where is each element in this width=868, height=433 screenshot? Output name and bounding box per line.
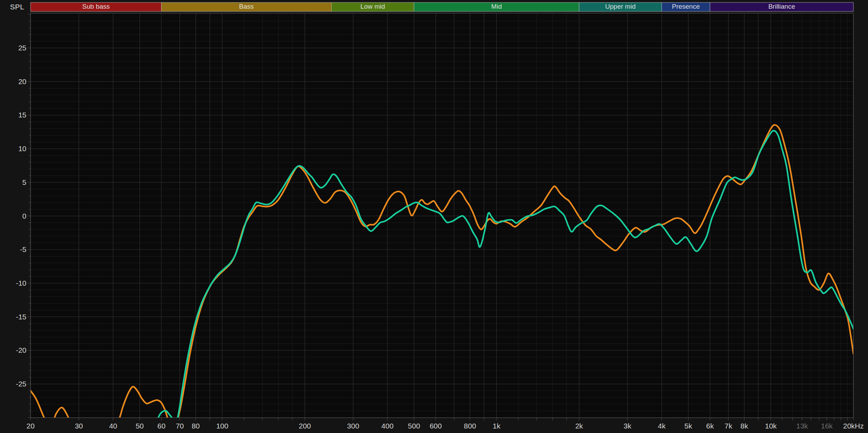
x-tick-label: 40 — [109, 422, 117, 430]
y-tick-label: 0 — [22, 212, 26, 220]
y-tick-label: 25 — [18, 44, 26, 52]
x-tick-label: 20 — [26, 422, 34, 430]
x-tick-label: 6k — [706, 422, 714, 430]
x-tick-label: 300 — [347, 422, 359, 430]
x-tick-label: 500 — [408, 422, 420, 430]
x-tick-label: 8k — [741, 422, 749, 430]
x-tick-label: 400 — [381, 422, 393, 430]
y-tick-label: -25 — [16, 380, 26, 388]
y-tick-label: -5 — [20, 245, 26, 253]
y-tick-label: 20 — [18, 77, 26, 85]
x-tick-label: 5k — [684, 422, 692, 430]
band-label: Sub bass — [82, 3, 110, 10]
x-tick-label: 13k — [796, 422, 808, 430]
x-tick-label: 200 — [299, 422, 311, 430]
x-tick-label: 80 — [192, 422, 200, 430]
band-label: Upper mid — [605, 3, 636, 10]
x-tick-label: 70 — [176, 422, 184, 430]
x-tick-label: 1k — [493, 422, 501, 430]
x-tick-label: 60 — [157, 422, 165, 430]
y-tick-label: -15 — [16, 313, 26, 321]
y-tick-label: -20 — [16, 346, 26, 354]
x-tick-label: 100 — [216, 422, 228, 430]
band-label: Low mid — [360, 3, 385, 10]
y-tick-label: 10 — [18, 145, 26, 153]
x-tick-label: 800 — [464, 422, 476, 430]
x-tick-label: 50 — [136, 422, 144, 430]
frequency-response-chart: Sub bassBassLow midMidUpper midPresenceB… — [0, 0, 868, 433]
x-tick-label: 4k — [658, 422, 666, 430]
band-label: Bass — [239, 3, 254, 10]
x-tick-label: 2k — [575, 422, 583, 430]
band-label: Presence — [672, 3, 700, 10]
x-tick-label: 16k — [821, 422, 833, 430]
y-tick-label: -10 — [16, 279, 26, 287]
x-tick-label: 20kHz — [843, 422, 864, 430]
y-tick-label: 5 — [22, 178, 26, 186]
x-tick-label: 10k — [765, 422, 777, 430]
x-tick-label: 7k — [725, 422, 733, 430]
x-tick-label: 3k — [624, 422, 632, 430]
frequency-response-screen: SPL Sub bassBassLow midMidUpper midPrese… — [0, 0, 868, 433]
y-tick-label: 15 — [18, 111, 26, 119]
band-label: Mid — [491, 3, 502, 10]
band-label: Brilliance — [768, 3, 795, 10]
x-tick-label: 600 — [429, 422, 442, 430]
x-tick-label: 30 — [75, 422, 83, 430]
